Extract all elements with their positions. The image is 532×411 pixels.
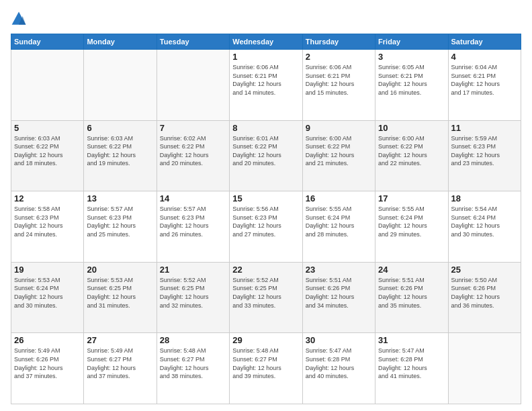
- weekday-wednesday: Wednesday: [230, 34, 302, 50]
- day-number: 31: [378, 335, 445, 345]
- calendar-cell: 23Sunrise: 5:51 AM Sunset: 6:26 PM Dayli…: [302, 262, 375, 333]
- day-info: Sunrise: 6:06 AM Sunset: 6:21 PM Dayligh…: [306, 63, 372, 97]
- day-info: Sunrise: 5:51 AM Sunset: 6:26 PM Dayligh…: [378, 276, 445, 310]
- calendar-cell: [11, 50, 84, 121]
- day-info: Sunrise: 5:55 AM Sunset: 6:24 PM Dayligh…: [378, 205, 445, 238]
- day-number: 7: [160, 123, 226, 133]
- day-info: Sunrise: 6:06 AM Sunset: 6:21 PM Dayligh…: [232, 63, 299, 97]
- day-info: Sunrise: 5:58 AM Sunset: 6:23 PM Dayligh…: [14, 205, 81, 238]
- day-info: Sunrise: 5:55 AM Sunset: 6:24 PM Dayligh…: [306, 205, 372, 238]
- calendar-cell: 10Sunrise: 6:00 AM Sunset: 6:22 PM Dayli…: [375, 120, 448, 191]
- calendar-cell: 9Sunrise: 6:00 AM Sunset: 6:22 PM Daylig…: [302, 120, 375, 191]
- calendar-cell: 27Sunrise: 5:49 AM Sunset: 6:27 PM Dayli…: [84, 333, 157, 404]
- day-number: 13: [87, 193, 153, 203]
- day-number: 12: [14, 193, 81, 203]
- day-number: 19: [14, 265, 81, 275]
- day-number: 24: [378, 265, 445, 275]
- calendar-cell: [448, 333, 521, 404]
- weekday-sunday: Sunday: [11, 34, 84, 50]
- day-info: Sunrise: 5:54 AM Sunset: 6:24 PM Dayligh…: [451, 205, 518, 238]
- calendar-cell: 24Sunrise: 5:51 AM Sunset: 6:26 PM Dayli…: [375, 262, 448, 333]
- day-info: Sunrise: 5:48 AM Sunset: 6:27 PM Dayligh…: [160, 347, 226, 380]
- day-number: 8: [232, 123, 299, 133]
- calendar-cell: 17Sunrise: 5:55 AM Sunset: 6:24 PM Dayli…: [375, 191, 448, 263]
- day-number: 6: [87, 123, 153, 133]
- day-info: Sunrise: 6:00 AM Sunset: 6:22 PM Dayligh…: [306, 134, 372, 168]
- day-info: Sunrise: 6:05 AM Sunset: 6:21 PM Dayligh…: [378, 63, 445, 97]
- calendar-week-2: 5Sunrise: 6:03 AM Sunset: 6:22 PM Daylig…: [11, 120, 521, 191]
- day-number: 5: [14, 123, 81, 133]
- calendar-cell: 15Sunrise: 5:56 AM Sunset: 6:23 PM Dayli…: [230, 191, 302, 263]
- day-number: 22: [232, 265, 299, 275]
- day-info: Sunrise: 5:51 AM Sunset: 6:26 PM Dayligh…: [306, 276, 372, 310]
- day-info: Sunrise: 6:04 AM Sunset: 6:21 PM Dayligh…: [451, 63, 518, 97]
- day-info: Sunrise: 6:02 AM Sunset: 6:22 PM Dayligh…: [160, 134, 226, 168]
- calendar-week-4: 19Sunrise: 5:53 AM Sunset: 6:24 PM Dayli…: [11, 262, 521, 333]
- calendar-cell: 7Sunrise: 6:02 AM Sunset: 6:22 PM Daylig…: [157, 120, 229, 191]
- day-info: Sunrise: 5:47 AM Sunset: 6:28 PM Dayligh…: [378, 347, 445, 380]
- weekday-monday: Monday: [84, 34, 157, 50]
- day-info: Sunrise: 5:48 AM Sunset: 6:27 PM Dayligh…: [232, 347, 299, 380]
- calendar-cell: 2Sunrise: 6:06 AM Sunset: 6:21 PM Daylig…: [302, 50, 375, 121]
- calendar-cell: 19Sunrise: 5:53 AM Sunset: 6:24 PM Dayli…: [11, 262, 84, 333]
- day-number: 26: [14, 335, 81, 345]
- day-number: 20: [87, 265, 153, 275]
- calendar-table: SundayMondayTuesdayWednesdayThursdayFrid…: [11, 34, 521, 404]
- day-number: 4: [451, 52, 518, 62]
- calendar-cell: [84, 50, 157, 121]
- day-number: 23: [306, 265, 372, 275]
- day-info: Sunrise: 5:56 AM Sunset: 6:23 PM Dayligh…: [232, 205, 299, 238]
- calendar-cell: 25Sunrise: 5:50 AM Sunset: 6:26 PM Dayli…: [448, 262, 521, 333]
- header: [11, 11, 521, 27]
- calendar-cell: 31Sunrise: 5:47 AM Sunset: 6:28 PM Dayli…: [375, 333, 448, 404]
- day-number: 2: [306, 52, 372, 62]
- calendar-cell: 22Sunrise: 5:52 AM Sunset: 6:25 PM Dayli…: [230, 262, 302, 333]
- calendar-cell: 11Sunrise: 5:59 AM Sunset: 6:23 PM Dayli…: [448, 120, 521, 191]
- calendar-cell: 1Sunrise: 6:06 AM Sunset: 6:21 PM Daylig…: [230, 50, 302, 121]
- day-info: Sunrise: 5:59 AM Sunset: 6:23 PM Dayligh…: [451, 134, 518, 168]
- day-info: Sunrise: 6:03 AM Sunset: 6:22 PM Dayligh…: [14, 134, 81, 168]
- day-number: 11: [451, 123, 518, 133]
- weekday-tuesday: Tuesday: [157, 34, 229, 50]
- day-info: Sunrise: 5:52 AM Sunset: 6:25 PM Dayligh…: [232, 276, 299, 310]
- calendar-cell: 8Sunrise: 6:01 AM Sunset: 6:22 PM Daylig…: [230, 120, 302, 191]
- day-number: 14: [160, 193, 226, 203]
- day-number: 3: [378, 52, 445, 62]
- day-number: 21: [160, 265, 226, 275]
- weekday-thursday: Thursday: [302, 34, 375, 50]
- calendar-cell: 30Sunrise: 5:47 AM Sunset: 6:28 PM Dayli…: [302, 333, 375, 404]
- day-number: 28: [160, 335, 226, 345]
- day-number: 1: [232, 52, 299, 62]
- day-number: 10: [378, 123, 445, 133]
- day-info: Sunrise: 5:49 AM Sunset: 6:27 PM Dayligh…: [87, 347, 153, 380]
- day-info: Sunrise: 5:47 AM Sunset: 6:28 PM Dayligh…: [306, 347, 372, 380]
- day-number: 9: [306, 123, 372, 133]
- page: SundayMondayTuesdayWednesdayThursdayFrid…: [0, 0, 532, 411]
- calendar-cell: 16Sunrise: 5:55 AM Sunset: 6:24 PM Dayli…: [302, 191, 375, 263]
- calendar-week-5: 26Sunrise: 5:49 AM Sunset: 6:26 PM Dayli…: [11, 333, 521, 404]
- weekday-header-row: SundayMondayTuesdayWednesdayThursdayFrid…: [11, 34, 521, 50]
- day-info: Sunrise: 5:52 AM Sunset: 6:25 PM Dayligh…: [160, 276, 226, 310]
- day-info: Sunrise: 5:53 AM Sunset: 6:25 PM Dayligh…: [87, 276, 153, 310]
- weekday-saturday: Saturday: [448, 34, 521, 50]
- day-number: 15: [232, 193, 299, 203]
- day-number: 16: [306, 193, 372, 203]
- calendar-cell: 14Sunrise: 5:57 AM Sunset: 6:23 PM Dayli…: [157, 191, 229, 263]
- day-number: 29: [232, 335, 299, 345]
- calendar-cell: 6Sunrise: 6:03 AM Sunset: 6:22 PM Daylig…: [84, 120, 157, 191]
- calendar-week-3: 12Sunrise: 5:58 AM Sunset: 6:23 PM Dayli…: [11, 191, 521, 263]
- logo: [11, 11, 30, 27]
- day-info: Sunrise: 6:01 AM Sunset: 6:22 PM Dayligh…: [232, 134, 299, 168]
- day-number: 18: [451, 193, 518, 203]
- day-number: 17: [378, 193, 445, 203]
- calendar-cell: 21Sunrise: 5:52 AM Sunset: 6:25 PM Dayli…: [157, 262, 229, 333]
- logo-icon: [11, 11, 27, 27]
- calendar-cell: [157, 50, 229, 121]
- calendar-cell: 4Sunrise: 6:04 AM Sunset: 6:21 PM Daylig…: [448, 50, 521, 121]
- day-info: Sunrise: 5:50 AM Sunset: 6:26 PM Dayligh…: [451, 276, 518, 310]
- day-info: Sunrise: 5:57 AM Sunset: 6:23 PM Dayligh…: [160, 205, 226, 238]
- day-info: Sunrise: 6:00 AM Sunset: 6:22 PM Dayligh…: [378, 134, 445, 168]
- calendar-cell: 13Sunrise: 5:57 AM Sunset: 6:23 PM Dayli…: [84, 191, 157, 263]
- day-number: 25: [451, 265, 518, 275]
- day-info: Sunrise: 5:49 AM Sunset: 6:26 PM Dayligh…: [14, 347, 81, 380]
